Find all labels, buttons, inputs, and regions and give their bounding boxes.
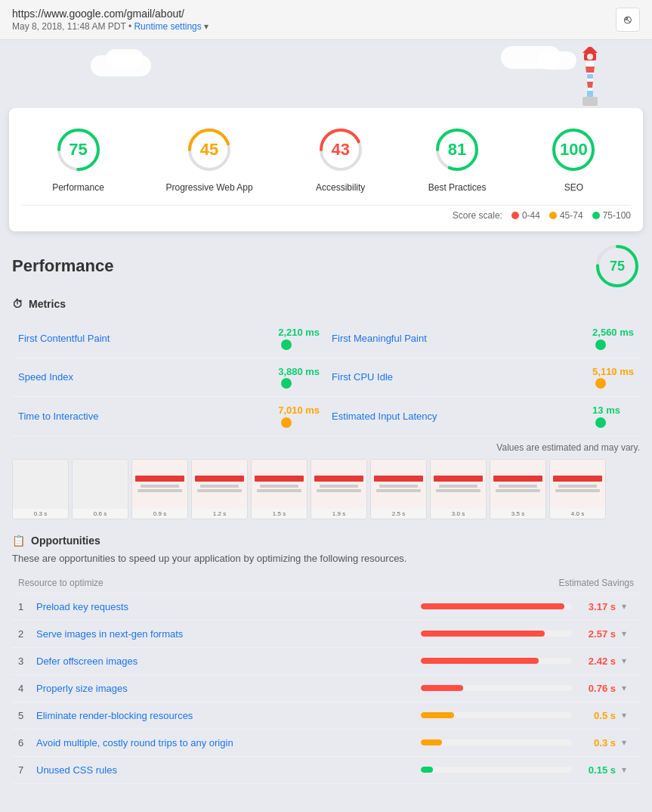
metric-name-fmp: First Meaningful Paint <box>332 333 427 344</box>
header: https://www.google.com/gmail/about/ May … <box>0 0 652 40</box>
opp-bar-container <box>421 603 572 609</box>
opp-bar <box>421 685 463 691</box>
svg-marker-3 <box>587 82 593 88</box>
metrics-label: Metrics <box>29 298 66 310</box>
opp-num: 1 <box>18 601 30 612</box>
opportunity-row[interactable]: 4 Properly size images 0.76 s ▾ <box>12 675 640 702</box>
scores-card: 75 Performance 45 Progressive Web App 43… <box>9 108 643 231</box>
scale-range-red: 0-44 <box>522 210 540 221</box>
metrics-table: First Contentful Paint 2,210 ms First Me… <box>12 319 640 436</box>
opportunity-row[interactable]: 2 Serve images in next-gen formats 2.57 … <box>12 621 640 648</box>
chevron-down-icon: ▾ <box>622 628 634 639</box>
header-left: https://www.google.com/gmail/about/ May … <box>12 8 209 32</box>
metric-value-cell: 13 ms <box>586 397 640 436</box>
opp-bar <box>421 603 564 609</box>
frame-image <box>490 460 545 509</box>
opp-savings: 2.42 s <box>578 655 616 667</box>
film-frame: 2.5 s <box>370 459 427 519</box>
svg-marker-2 <box>586 67 595 73</box>
score-label-performance: Performance <box>52 182 104 193</box>
metric-value-cell: 7,010 ms <box>272 397 326 436</box>
svg-rect-7 <box>587 74 593 79</box>
opp-num: 5 <box>18 710 30 721</box>
scale-orange: 45-74 <box>549 210 583 221</box>
metric-value-cell: 2,560 ms <box>586 319 640 358</box>
opp-bar-container <box>421 685 572 691</box>
opp-bar <box>421 739 442 745</box>
opportunity-row[interactable]: 7 Unused CSS rules 0.15 s ▾ <box>12 757 640 784</box>
scale-red: 0-44 <box>511 210 540 221</box>
scale-label: Score scale: <box>453 210 502 221</box>
scale-green: 75-100 <box>592 210 631 221</box>
metric-value-tti: 7,010 ms <box>278 404 320 416</box>
opp-bar-container <box>421 767 572 773</box>
scores-row: 75 Performance 45 Progressive Web App 43… <box>21 123 631 205</box>
opportunities-table-header: Resource to optimize Estimated Savings <box>12 573 640 594</box>
frame-image <box>252 460 307 509</box>
film-frame: 1.9 s <box>311 459 367 519</box>
scale-dot-orange <box>549 212 557 219</box>
score-num-accessibility: 43 <box>331 140 349 160</box>
score-label-seo: SEO <box>564 182 583 193</box>
status-icon-tti <box>281 417 292 428</box>
performance-section: Performance 75 ⏱ Metrics First Contentfu… <box>12 243 640 522</box>
opp-num: 3 <box>18 655 30 667</box>
opportunity-row[interactable]: 6 Avoid multiple, costly round trips to … <box>12 730 640 757</box>
metric-cell: Time to Interactive <box>12 397 272 436</box>
col-savings-label: Estimated Savings <box>559 578 634 588</box>
opp-name: Avoid multiple, costly round trips to an… <box>36 737 415 748</box>
scale-dot-green <box>592 212 600 219</box>
lighthouse-icon <box>569 44 610 108</box>
metric-cell: First Contentful Paint <box>12 319 272 358</box>
opp-name: Unused CSS rules <box>36 764 415 776</box>
metric-value-fci: 5,110 ms <box>592 366 634 377</box>
film-frame: 4.0 s <box>549 459 606 519</box>
score-circle-pwa: 45 <box>183 123 236 176</box>
metric-name-eil: Estimated Input Latency <box>332 411 437 422</box>
frame-image <box>13 460 68 509</box>
film-frame: 0.6 s <box>72 459 128 519</box>
opportunities-list: 1 Preload key requests 3.17 s ▾ 2 Serve … <box>12 594 640 784</box>
url-link[interactable]: https://www.google.com/gmail/about/ <box>12 8 209 20</box>
main-content: Performance 75 ⏱ Metrics First Contentfu… <box>0 231 652 796</box>
film-frame: 3.5 s <box>490 459 546 519</box>
metric-cell: First CPU Idle <box>326 358 586 397</box>
film-frame: 0.9 s <box>131 459 188 519</box>
score-circle-performance: 75 <box>52 123 105 176</box>
chevron-down-icon: ▾ <box>622 764 634 775</box>
metric-cell: Estimated Input Latency <box>326 397 586 436</box>
score-num-seo: 100 <box>560 140 588 160</box>
score-item-accessibility: 43 Accessibility <box>314 123 367 193</box>
opp-bar-container <box>421 658 572 664</box>
frame-label: 0.3 s <box>13 509 68 519</box>
opp-bar <box>421 631 545 637</box>
share-button[interactable]: ⎋ <box>616 8 640 32</box>
opp-bar <box>421 767 433 773</box>
score-item-performance: 75 Performance <box>52 123 105 193</box>
status-icon-fmp <box>595 339 606 350</box>
opportunity-row[interactable]: 5 Eliminate render-blocking resources 0.… <box>12 702 640 730</box>
metric-value-fcp: 2,210 ms <box>278 327 320 338</box>
share-icon: ⎋ <box>624 13 632 26</box>
opp-bar <box>421 712 454 718</box>
film-frame: 1.2 s <box>191 459 248 519</box>
frame-label: 3.0 s <box>431 509 486 519</box>
opportunities-header: 📋 Opportunities <box>12 535 640 547</box>
metric-value-cell: 3,880 ms <box>272 358 326 397</box>
opportunity-row[interactable]: 3 Defer offscreen images 2.42 s ▾ <box>12 648 640 675</box>
opp-num: 7 <box>18 764 30 776</box>
score-num-best-practices: 81 <box>448 140 466 160</box>
opp-num: 6 <box>18 737 30 748</box>
metric-value-fmp: 2,560 ms <box>592 327 634 338</box>
scale-dot-red <box>511 212 519 219</box>
opp-name: Defer offscreen images <box>36 655 415 667</box>
score-label-best-practices: Best Practices <box>428 182 487 193</box>
frame-label: 0.6 s <box>73 509 128 519</box>
metric-value-si: 3,880 ms <box>278 366 320 377</box>
header-meta: May 8, 2018, 11:48 AM PDT • Runtime sett… <box>12 21 209 32</box>
score-label-accessibility: Accessibility <box>316 182 365 193</box>
frame-image <box>73 460 128 509</box>
frame-image <box>192 460 247 509</box>
opportunity-row[interactable]: 1 Preload key requests 3.17 s ▾ <box>12 594 640 621</box>
score-num-pwa: 45 <box>200 140 218 160</box>
